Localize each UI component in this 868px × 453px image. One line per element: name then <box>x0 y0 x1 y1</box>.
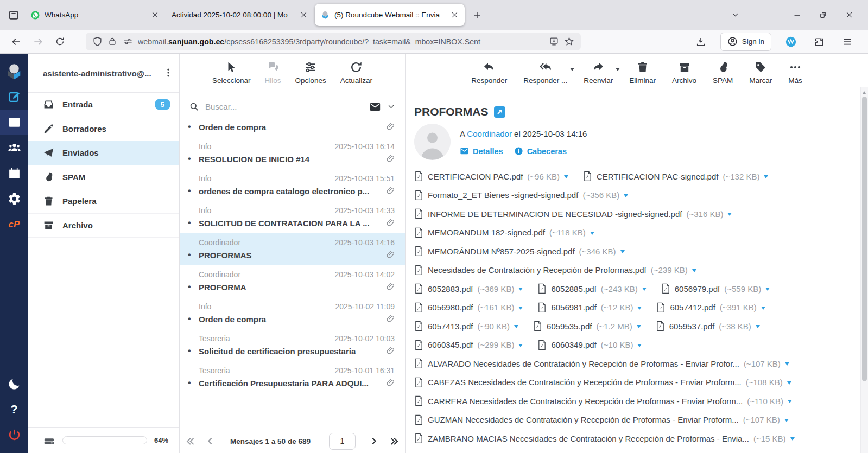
attachment-chip[interactable]: 6057413.pdf(~90 KB) <box>414 321 518 331</box>
toolbar-button-actualizar[interactable]: Actualizar <box>340 61 372 94</box>
attachment-menu-caret-icon[interactable] <box>637 344 642 349</box>
attachment-menu-caret-icon[interactable] <box>785 362 789 368</box>
forward-icon[interactable] <box>29 33 47 50</box>
message-row-partial[interactable]: •Orden de compra <box>180 119 405 137</box>
close-tab-icon[interactable] <box>451 11 459 20</box>
message-row[interactable]: Tesoreria2025-10-02 10:03•Solicitud de c… <box>180 329 405 361</box>
menu-hamburger-icon[interactable] <box>839 33 856 50</box>
kebab-menu-icon[interactable] <box>163 67 175 79</box>
attachment-menu-caret-icon[interactable] <box>727 213 732 218</box>
first-page-icon[interactable] <box>186 437 195 446</box>
open-in-new-window-icon[interactable] <box>494 106 505 118</box>
toolbar-button-opciones[interactable]: Opciones <box>295 61 326 94</box>
search-bar[interactable]: Buscar... <box>180 94 405 119</box>
lock-icon[interactable] <box>107 36 118 47</box>
help-button[interactable]: ? <box>0 397 28 422</box>
message-row[interactable]: Tesoreria2025-10-01 16:31•Certificación … <box>180 361 405 393</box>
scrollbar[interactable] <box>860 87 868 453</box>
attachment-menu-caret-icon[interactable] <box>518 344 523 349</box>
reload-icon[interactable] <box>51 33 68 50</box>
attachment-chip[interactable]: CERTIFICACION PAC.pdf(~96 KB) <box>414 171 568 182</box>
tab-whatsapp[interactable]: WhatsApp <box>25 4 165 26</box>
attachment-menu-caret-icon[interactable] <box>624 194 628 200</box>
tab-roundcube-active[interactable]: (5) Roundcube Webmail :: Envia <box>315 4 465 26</box>
attachment-menu-caret-icon[interactable] <box>514 325 518 330</box>
settings-nav-button[interactable] <box>0 186 28 212</box>
close-window-icon[interactable] <box>843 9 855 21</box>
save-page-icon[interactable] <box>549 36 559 47</box>
attachment-menu-caret-icon[interactable] <box>620 250 625 256</box>
attachment-chip[interactable]: CERTIFICACION PAC-signed.pdf(~132 KB) <box>583 171 768 182</box>
cpanel-button[interactable]: cP <box>0 212 28 237</box>
attachment-chip[interactable]: 6057412.pdf(~391 KB) <box>656 302 765 313</box>
toolbar-button-responder[interactable]: Responder <box>471 61 507 95</box>
attachment-chip[interactable]: 6060349.pdf(~10 KB) <box>537 340 642 350</box>
message-row[interactable]: Coordinador2025-10-03 14:16•PROFORMAS <box>180 233 405 265</box>
search-options-chevron-icon[interactable] <box>387 103 396 111</box>
dropdown-caret-icon[interactable] <box>570 68 574 73</box>
attachment-menu-caret-icon[interactable] <box>692 269 696 275</box>
last-page-icon[interactable] <box>390 437 399 446</box>
sign-in-button[interactable]: Sign in <box>720 33 771 51</box>
permissions-icon[interactable] <box>123 36 133 47</box>
attachment-chip[interactable]: GUZMAN Necesidades de Contratación y Rec… <box>414 414 789 425</box>
attachment-menu-caret-icon[interactable] <box>765 288 770 293</box>
dropdown-caret-icon[interactable] <box>616 68 620 73</box>
attachment-chip[interactable]: MEMORÁNDUM Nº857-2025-signed.pdf(~346 KB… <box>414 246 625 257</box>
recipient-link[interactable]: Coordinador <box>467 129 512 138</box>
folder-item-borradores[interactable]: Borradores <box>28 117 179 142</box>
close-tab-icon[interactable] <box>151 11 160 20</box>
restore-icon[interactable] <box>817 9 829 21</box>
close-tab-icon[interactable] <box>300 11 308 20</box>
headers-link[interactable]: Cabeceras <box>514 146 567 156</box>
attachment-menu-caret-icon[interactable] <box>637 325 641 330</box>
toolbar-button-más[interactable]: Más <box>788 61 802 95</box>
scrollbar-thumb[interactable] <box>862 97 867 381</box>
details-link[interactable]: Detalles <box>460 146 503 156</box>
toolbar-button-responder[interactable]: Responder ... <box>523 61 567 95</box>
toolbar-button-hilos[interactable]: Hilos <box>265 61 281 94</box>
toolbar-button-archivo[interactable]: Archivo <box>672 61 696 95</box>
attachment-menu-caret-icon[interactable] <box>787 381 791 387</box>
attachment-menu-caret-icon[interactable] <box>761 307 765 312</box>
toolbar-button-marcar[interactable]: Marcar <box>749 61 772 95</box>
calendar-nav-button[interactable] <box>0 161 28 186</box>
page-number-input[interactable]: 1 <box>329 433 356 450</box>
attachment-chip[interactable]: 6056981.pdf(~12 KB) <box>537 302 642 313</box>
mail-nav-button[interactable] <box>0 110 28 135</box>
toolbar-button-seleccionar[interactable]: Seleccionar <box>212 61 251 94</box>
attachment-menu-caret-icon[interactable] <box>642 288 647 293</box>
url-text[interactable]: webmail.sanjuan.gob.ec/cpsess6168253395/… <box>138 37 544 46</box>
contacts-nav-button[interactable] <box>0 135 28 161</box>
attachment-menu-caret-icon[interactable] <box>564 175 568 181</box>
toolbar-button-reenviar[interactable]: Reenviar <box>584 61 613 95</box>
toolbar-button-eliminar[interactable]: Eliminar <box>629 61 656 95</box>
new-tab-button[interactable] <box>468 6 486 24</box>
attachment-chip[interactable]: ZAMBRANO MACIAS Necesidades de Contratac… <box>414 433 795 444</box>
search-input[interactable]: Buscar... <box>205 102 363 111</box>
folder-item-enviados[interactable]: Enviados <box>28 141 179 165</box>
attachment-menu-caret-icon[interactable] <box>756 325 760 330</box>
folder-item-archivo[interactable]: Archivo <box>28 214 179 238</box>
folder-item-spam[interactable]: SPAM <box>28 165 179 190</box>
url-bar[interactable]: webmail.sanjuan.gob.ec/cpsess6168253395/… <box>86 33 581 50</box>
logout-button[interactable] <box>0 422 28 448</box>
back-icon[interactable] <box>8 33 25 50</box>
attachment-chip[interactable]: 6052885.pdf(~243 KB) <box>537 283 646 294</box>
extension-badge-icon[interactable] <box>782 33 800 50</box>
message-row[interactable]: Info2025-10-03 15:51•ordenes de compra c… <box>180 169 405 201</box>
account-header[interactable]: asistente-administrativo@... <box>28 54 179 93</box>
message-row[interactable]: Info2025-10-03 14:33•SOLICITUD DE CONTRA… <box>180 201 405 233</box>
attachment-chip[interactable]: 6056979.pdf(~559 KB) <box>661 283 770 294</box>
compose-button[interactable] <box>0 84 28 110</box>
folder-item-entrada[interactable]: Entrada5 <box>28 93 179 117</box>
attachment-chip[interactable]: 6059535.pdf(~1.2 MB) <box>533 321 641 331</box>
attachment-chip[interactable]: 6059537.pdf(~38 KB) <box>656 321 760 331</box>
attachment-chip[interactable]: INFORME DE DETERMINACION DE NECESIDAD -s… <box>414 208 732 219</box>
dark-mode-button[interactable] <box>0 371 28 397</box>
attachment-chip[interactable]: Formato_2_ET Bienes -signed-signed.pdf(~… <box>414 190 628 201</box>
message-row[interactable]: Info2025-10-03 16:14•RESOLUCION DE INICI… <box>180 137 405 169</box>
attachment-menu-caret-icon[interactable] <box>590 232 594 237</box>
folder-item-papelera[interactable]: Papelera <box>28 189 179 214</box>
next-page-icon[interactable] <box>370 437 379 446</box>
